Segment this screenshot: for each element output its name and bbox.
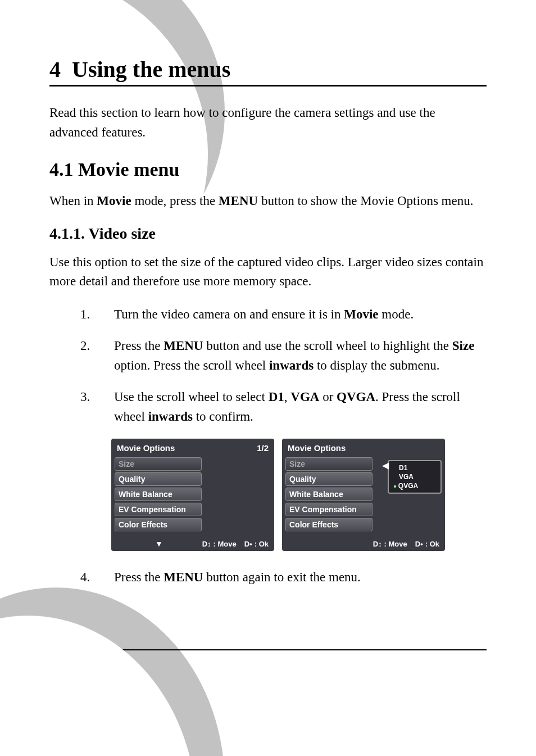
menu-item-ev-compensation[interactable]: EV Compensation <box>115 503 202 516</box>
menu-item-size[interactable]: Size <box>115 457 202 471</box>
size-popup: D1 VGA QVGA <box>388 460 442 494</box>
section-heading: 4.1 Movie menu <box>49 159 487 180</box>
chapter-intro: Read this section to learn how to config… <box>49 103 487 142</box>
menu-item-ev-compensation[interactable]: EV Compensation <box>285 503 373 516</box>
subsection-heading: 4.1.1. Video size <box>49 225 487 243</box>
step-4: 4. Press the MENU button again to exit t… <box>80 568 487 588</box>
camera-screen-right: Movie Options Size Quality White Balance… <box>282 439 445 551</box>
chapter-heading: 4Using the menus <box>49 56 487 86</box>
popup-option-d1[interactable]: D1 <box>393 463 436 472</box>
menu-item-color-effects[interactable]: Color Effects <box>285 518 373 531</box>
step-2: 2. Press the MENU button and use the scr… <box>80 336 487 375</box>
menu-item-white-balance[interactable]: White Balance <box>115 488 202 501</box>
step-1: 1. Turn the video camera on and ensure i… <box>80 305 487 325</box>
menu-item-size[interactable]: Size <box>285 457 373 471</box>
screen-page: 1/2 <box>257 443 269 453</box>
chapter-number: 4 <box>49 57 61 82</box>
move-hint: D↕: Move <box>373 540 407 548</box>
menu-item-quality[interactable]: Quality <box>115 472 202 486</box>
steps-list-cont: 4. Press the MENU button again to exit t… <box>49 568 487 588</box>
section-text: When in Movie mode, press the MENU butto… <box>49 192 487 211</box>
menu-item-quality[interactable]: Quality <box>285 472 373 486</box>
menu-item-color-effects[interactable]: Color Effects <box>115 518 202 531</box>
down-arrow-icon: ▼ <box>155 539 163 548</box>
screen-title: Movie Options <box>117 443 175 453</box>
subsection-body: Use this option to set the size of the c… <box>49 253 487 292</box>
camera-screenshots: Movie Options 1/2 Size Quality White Bal… <box>111 439 487 551</box>
step-3: 3. Use the scroll wheel to select D1, VG… <box>80 388 487 426</box>
popup-pointer-icon: ◀ <box>382 460 389 471</box>
ok-hint: D•: Ok <box>415 540 439 548</box>
steps-list: 1. Turn the video camera on and ensure i… <box>49 305 487 427</box>
popup-option-qvga[interactable]: QVGA <box>393 481 436 490</box>
camera-screen-left: Movie Options 1/2 Size Quality White Bal… <box>111 439 274 551</box>
popup-option-vga[interactable]: VGA <box>393 472 436 481</box>
move-hint: D↕: Move <box>202 540 237 548</box>
menu-item-white-balance[interactable]: White Balance <box>285 488 373 501</box>
ok-hint: D•: Ok <box>244 540 269 548</box>
screen-title: Movie Options <box>288 443 346 453</box>
chapter-title: Using the menus <box>72 57 230 82</box>
page-content: 4Using the menus Read this section to le… <box>0 0 536 634</box>
